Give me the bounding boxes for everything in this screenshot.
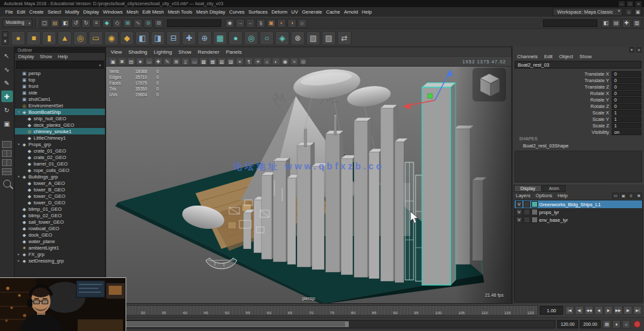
- channel-row[interactable]: Rotate X 0: [513, 90, 641, 96]
- render-view-icon[interactable]: ▣: [267, 19, 276, 28]
- new-layer-from-selected-icon[interactable]: ▣: [620, 193, 627, 198]
- grease-pencil-icon[interactable]: ✎: [163, 58, 172, 65]
- play-forwards-button[interactable]: ▶: [604, 306, 613, 315]
- chevron-down-icon[interactable]: ▾: [97, 63, 103, 67]
- bookmarks-icon[interactable]: ★: [136, 58, 144, 65]
- layer-menu-item[interactable]: Help: [557, 193, 567, 198]
- channel-label[interactable]: Translate Y: [513, 78, 612, 83]
- channel-row[interactable]: Scale Z 1: [513, 122, 641, 129]
- outliner-menu-item[interactable]: Help: [58, 54, 67, 59]
- grid-icon[interactable]: ⊞: [172, 58, 181, 65]
- channel-value-field[interactable]: 1: [612, 116, 641, 122]
- step-back-frame-button[interactable]: ◀◀: [584, 306, 594, 315]
- channel-value-field[interactable]: 0: [612, 91, 641, 96]
- ipr-render-icon[interactable]: ◑: [287, 19, 296, 28]
- channel-value-field[interactable]: 0: [612, 103, 641, 109]
- menu-item[interactable]: Help: [362, 9, 372, 15]
- quick-select-input[interactable]: [167, 19, 221, 27]
- menu-item[interactable]: Arnold: [344, 9, 358, 15]
- outliner-item[interactable]: sail_tower_GEO: [15, 219, 105, 225]
- outliner-item[interactable]: persp: [15, 70, 105, 76]
- outliner-item[interactable]: chimney_smoke1: [15, 128, 105, 134]
- outliner-item[interactable]: dock_GEO: [15, 231, 105, 238]
- poly-plane-icon[interactable]: ▭: [89, 31, 103, 45]
- close-button[interactable]: ×: [636, 1, 641, 6]
- relax-tool-icon[interactable]: ○: [260, 31, 274, 45]
- outliner-item[interactable]: ▾ BoomBoatShip: [15, 109, 105, 115]
- select-component-mode-icon[interactable]: ◇: [113, 19, 122, 28]
- outliner-item[interactable]: shotCam1: [15, 96, 105, 102]
- outliner-item[interactable]: ▾ Props_grp: [15, 141, 105, 147]
- safe-title-icon[interactable]: ▨: [227, 58, 235, 65]
- poly-cube-icon[interactable]: ■: [27, 31, 41, 45]
- poly-disc-icon[interactable]: ◉: [104, 31, 118, 45]
- target-weld-icon[interactable]: ⊕: [197, 31, 212, 45]
- two-pane-stacked-layout-button[interactable]: [2, 168, 12, 175]
- layer-options-icon[interactable]: ≡: [628, 193, 634, 198]
- safe-action-icon[interactable]: ▧: [217, 58, 226, 65]
- hud-toggle-icon[interactable]: ≡: [236, 58, 244, 65]
- resolution-gate-icon[interactable]: ▭: [190, 58, 199, 65]
- outliner-item[interactable]: tower_C_GEO: [15, 193, 105, 199]
- outliner-item[interactable]: blimp_02_GEO: [15, 212, 105, 219]
- viewport-menu-item[interactable]: Renderer: [198, 49, 219, 55]
- channel-box-menu-item[interactable]: Channels: [517, 54, 538, 59]
- outliner-item[interactable]: blimp_01_GEO: [15, 206, 105, 212]
- two-d-pan-zoom-icon[interactable]: ✚: [154, 58, 162, 65]
- channel-box-toggle-icon[interactable]: ▥: [632, 19, 641, 28]
- character-set-icon[interactable]: ♦: [612, 320, 621, 328]
- separate-icon[interactable]: ▧: [306, 31, 320, 45]
- menu-item[interactable]: Mesh: [127, 9, 139, 15]
- outliner-item[interactable]: tower_D_GEO: [15, 199, 105, 206]
- combine-icon[interactable]: ▨: [322, 31, 336, 45]
- layer-color-swatch[interactable]: [531, 217, 538, 223]
- outliner-item[interactable]: ▾ Buildings_grp: [15, 173, 105, 180]
- outliner-item[interactable]: crate_02_GEO: [15, 154, 105, 160]
- menu-item[interactable]: UV: [291, 9, 298, 15]
- isolate-select-icon[interactable]: ◎: [299, 58, 307, 65]
- channel-box-menu-item[interactable]: Edit: [544, 54, 553, 59]
- film-gate-icon[interactable]: ▯: [181, 58, 190, 65]
- new-scene-icon[interactable]: ▢: [40, 19, 49, 28]
- menu-item[interactable]: Deform: [271, 9, 287, 15]
- default-lighting-icon[interactable]: ☀: [254, 58, 262, 65]
- layer-visibility-toggle[interactable]: V: [516, 209, 522, 215]
- redo-icon[interactable]: ↻: [82, 19, 91, 28]
- channel-value-field[interactable]: 0: [612, 97, 641, 103]
- go-to-end-button[interactable]: ▶|: [633, 306, 642, 315]
- extrude-icon[interactable]: ◧: [135, 31, 150, 45]
- minimize-button[interactable]: –: [619, 1, 625, 6]
- layer-playback-toggle[interactable]: [524, 201, 530, 208]
- outliner-item[interactable]: crate_01_GEO: [15, 147, 105, 154]
- snap-to-grid-icon[interactable]: ⊞: [123, 19, 132, 28]
- sculpt-tool-icon[interactable]: ●: [228, 31, 243, 45]
- auto-keyframe-toggle[interactable]: [634, 321, 641, 328]
- outliner-menu-item[interactable]: Display: [18, 54, 34, 59]
- expand-arrow-icon[interactable]: ▾: [16, 175, 21, 178]
- expand-arrow-icon[interactable]: ▾: [16, 142, 21, 146]
- outliner-menu-item[interactable]: Show: [40, 54, 52, 59]
- modeling-toolkit-toggle-icon[interactable]: ◧: [601, 19, 610, 28]
- channel-row[interactable]: Translate Y 0: [513, 77, 641, 83]
- select-camera-icon[interactable]: ▣: [109, 58, 117, 65]
- menu-item[interactable]: Generate: [302, 9, 322, 15]
- boolean-icon[interactable]: ⊗: [291, 31, 305, 45]
- grab-tool-icon[interactable]: ◈: [275, 31, 289, 45]
- channel-label[interactable]: Visibility: [513, 129, 612, 135]
- outliner-item[interactable]: LittleChimney1: [15, 134, 105, 141]
- image-plane-icon[interactable]: ▭: [145, 58, 153, 65]
- ambient-occlusion-icon[interactable]: ◉: [281, 58, 289, 65]
- outliner-item[interactable]: barrel_01_GEO: [15, 160, 105, 167]
- channel-label[interactable]: Scale Y: [513, 116, 612, 122]
- shelf-tab-arrow-icon[interactable]: ▾: [2, 38, 8, 45]
- magnifier-icon[interactable]: [3, 180, 11, 187]
- gate-mask-icon[interactable]: ▩: [199, 58, 208, 65]
- panel-menu-icon[interactable]: ≡: [636, 47, 641, 52]
- output-connections-icon[interactable]: ←: [246, 19, 255, 28]
- channel-row[interactable]: Scale X 1: [513, 109, 641, 116]
- menu-item[interactable]: Windows: [103, 9, 122, 15]
- field-chart-icon[interactable]: ▦: [208, 58, 217, 65]
- expand-arrow-icon[interactable]: ▾: [16, 110, 21, 114]
- scale-tool[interactable]: ▣: [1, 118, 13, 129]
- select-object-mode-icon[interactable]: ◆: [102, 19, 111, 28]
